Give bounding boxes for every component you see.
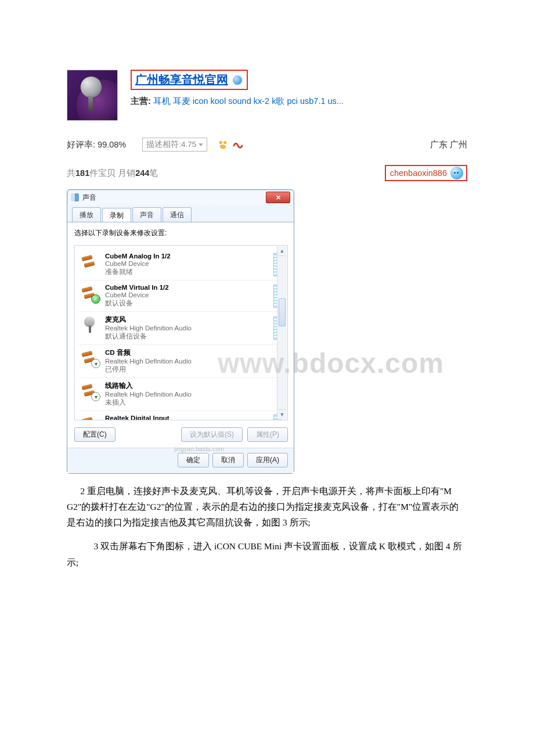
apply-button[interactable]: 应用(A) xyxy=(247,453,288,467)
device-name: CubeM Analog In 1/2 xyxy=(105,253,171,260)
rca-icon: ✓ xyxy=(81,284,99,303)
items-summary: 共181件宝贝 月销244笔 xyxy=(67,168,158,179)
dsr-text: 描述相符:4.75 xyxy=(146,139,196,150)
device-row[interactable]: 麦克风Realtek High Definition Audio默认通信设备 xyxy=(78,312,284,345)
dsr-pill[interactable]: 描述相符:4.75 xyxy=(142,138,207,152)
shop-name-link[interactable]: 广州畅享音悦官网 xyxy=(131,70,248,90)
shop-subline: 主营: 耳机 耳麦 icon kool sound kx-2 k歌 pci us… xyxy=(131,96,344,107)
dialog-instruction: 选择以下录制设备来修改设置: xyxy=(74,228,288,238)
arrow-down-icon: ▾ xyxy=(91,392,100,401)
device-row[interactable]: ▾CD 音频Realtek High Definition Audio已停用 xyxy=(78,345,284,378)
device-name: Realtek Digital Input xyxy=(105,415,192,420)
device-row[interactable]: ✓CubeM Virtual In 1/2CubeM Device默认设备 xyxy=(78,280,284,312)
device-name: CD 音频 xyxy=(105,348,192,357)
scroll-down-icon[interactable]: ▼ xyxy=(277,409,287,419)
scroll-up-icon[interactable]: ▲ xyxy=(277,246,287,256)
shop-name-text: 广州畅享音悦官网 xyxy=(135,72,228,88)
shop-header: 广州畅享音悦官网 主营: 耳机 耳麦 icon kool sound kx-2 … xyxy=(67,70,467,181)
dialog-tabs: 播放 录制 声音 通信 xyxy=(67,205,294,222)
device-status: 默认通信设备 xyxy=(105,332,192,341)
device-name: 麦克风 xyxy=(105,315,192,324)
shop-location: 广东 广州 xyxy=(430,139,467,150)
shop-avatar xyxy=(67,70,118,121)
tab-sounds[interactable]: 声音 xyxy=(132,207,161,222)
device-status: 准备就绪 xyxy=(105,268,171,276)
chevron-down-icon xyxy=(199,143,203,146)
config-button[interactable]: 配置(C) xyxy=(74,427,116,442)
device-row[interactable]: ▾线路输入Realtek High Definition Audio未插入 xyxy=(78,378,284,411)
device-status: 未插入 xyxy=(105,398,192,407)
microphone-icon xyxy=(81,315,99,334)
rating: 好评率: 99.08% xyxy=(67,139,126,150)
rating-value: 99.08% xyxy=(98,140,126,149)
device-name: 线路输入 xyxy=(105,381,192,390)
tab-playback[interactable]: 播放 xyxy=(72,207,101,222)
rating-label: 好评率: xyxy=(67,140,95,149)
rca-icon: ▾ xyxy=(81,381,99,400)
properties-button[interactable]: 属性(P) xyxy=(247,427,288,442)
rca-icon xyxy=(81,415,99,420)
check-icon: ✓ xyxy=(91,294,100,304)
wangwang-icon xyxy=(450,167,463,179)
rca-icon xyxy=(81,253,99,271)
tab-recording[interactable]: 录制 xyxy=(102,208,131,222)
device-list[interactable]: CubeM Analog In 1/2CubeM Device准备就绪✓Cube… xyxy=(74,245,288,420)
sound-dialog: 声音 ✕ 播放 录制 声音 通信 选择以下录制设备来修改设置: CubeM An… xyxy=(67,189,294,474)
paw-icon xyxy=(218,139,228,150)
device-sub: Realtek High Definition Audio xyxy=(105,325,192,332)
paragraph-3: 3 双击屏幕右下角图标，进入 iCON CUBE Mini 声卡设置面板，设置成… xyxy=(67,538,467,570)
set-default-button[interactable]: 设为默认值(S) xyxy=(181,427,243,442)
rca-icon: ▾ xyxy=(81,348,99,367)
ok-button[interactable]: 确定 xyxy=(178,453,209,467)
device-status: 已停用 xyxy=(105,365,192,374)
arrow-down-icon: ▾ xyxy=(91,359,100,368)
dialog-title: 声音 xyxy=(82,193,96,203)
close-button[interactable]: ✕ xyxy=(266,192,290,203)
shop-sub-label: 主营: xyxy=(131,96,151,106)
device-sub: Realtek High Definition Audio xyxy=(105,391,192,398)
device-name: CubeM Virtual In 1/2 xyxy=(105,284,169,291)
shop-badge-icon xyxy=(232,74,243,86)
tab-comm[interactable]: 通信 xyxy=(163,207,192,222)
scrollbar[interactable]: ▲ ▼ xyxy=(277,246,287,419)
svg-point-0 xyxy=(219,141,222,144)
svg-point-2 xyxy=(220,145,226,149)
cancel-button[interactable]: 取消 xyxy=(212,453,244,467)
device-sub: CubeM Device xyxy=(105,260,171,267)
wangwang-link[interactable]: chenbaoxin886 xyxy=(385,165,467,181)
device-row[interactable]: CubeM Analog In 1/2CubeM Device准备就绪 xyxy=(78,249,284,280)
speaker-icon xyxy=(71,193,79,201)
paragraph-2: 2 重启电脑，连接好声卡及麦克风、耳机等设备，开启声卡电源开关，将声卡面板上印有… xyxy=(67,483,467,530)
device-row[interactable]: Realtek Digital InputRealtek High Defini… xyxy=(78,411,284,420)
shop-tags[interactable]: 耳机 耳麦 icon kool sound kx-2 k歌 pci usb7.1… xyxy=(153,96,344,106)
device-sub: CubeM Device xyxy=(105,291,169,298)
wave-icon xyxy=(233,139,243,150)
small-watermark: jingyan.baidu.com xyxy=(174,446,224,452)
device-status: 默认设备 xyxy=(105,299,169,308)
scroll-thumb[interactable] xyxy=(279,298,286,326)
seller-id: chenbaoxin886 xyxy=(390,168,447,178)
svg-point-1 xyxy=(223,141,226,144)
device-sub: Realtek High Definition Audio xyxy=(105,358,192,365)
dialog-titlebar[interactable]: 声音 ✕ xyxy=(67,190,294,205)
